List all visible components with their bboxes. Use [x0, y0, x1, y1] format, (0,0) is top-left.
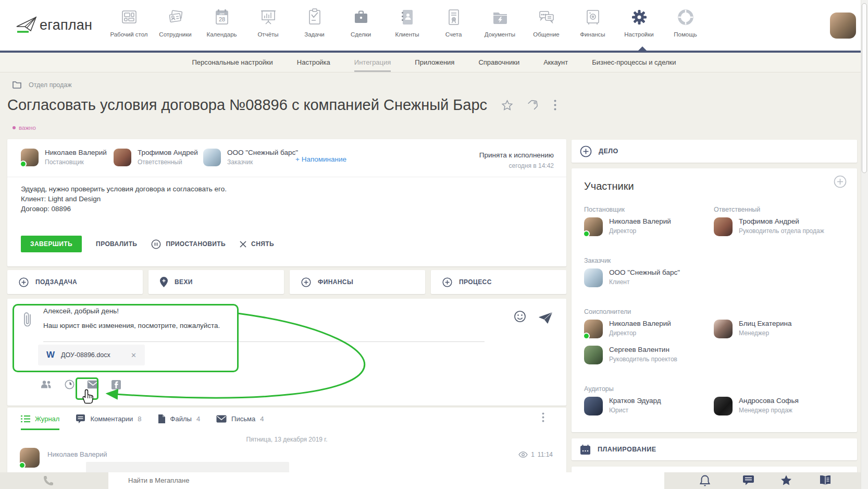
avatar [114, 149, 131, 166]
member-snow-leopard[interactable]: ООО "Снежный барс"Клиент [584, 268, 714, 287]
task-status: Принята к исполнению сегодня в 14:42 [479, 151, 554, 169]
add-reminder-link[interactable]: + Напоминание [295, 155, 346, 163]
fail-button[interactable]: ПРОВАЛИТЬ [96, 240, 137, 248]
importance-label: важно [19, 125, 36, 131]
tab-letters[interactable]: Письма4 [216, 408, 264, 430]
member-kratkov[interactable]: Кратков ЭдуардЮрист [584, 397, 714, 415]
tab-journal[interactable]: Журнал [21, 408, 59, 430]
megaplan-logo[interactable]: егаплан [15, 14, 92, 36]
entry-meta: 1 11:14 [518, 451, 553, 458]
process-card[interactable]: ПРОЦЕСС [431, 270, 566, 294]
desktop-icon [119, 5, 140, 30]
person-owner[interactable]: Николаев ВалерийПостановщик [21, 149, 107, 166]
member-androsova[interactable]: Андросова СофьяМенеджер продаж [714, 397, 845, 415]
nav-item-employees[interactable]: Сотрудники [152, 5, 199, 38]
comment-composer-card: Алексей, добрый день! Наш юрист внёс изм… [7, 299, 566, 406]
member-sergeev[interactable]: Сергеев ВалентинРуководитель проектов [584, 346, 714, 364]
notifications-bell-icon[interactable] [700, 475, 710, 488]
avatar [584, 217, 603, 236]
phone-icon[interactable] [43, 475, 54, 488]
composer-text-line1[interactable]: Алексей, добрый день! [43, 307, 119, 315]
paper-plane-logo-icon [15, 14, 39, 36]
send-button[interactable] [539, 312, 553, 326]
user-avatar[interactable] [830, 13, 856, 39]
importance-badge: важно [13, 125, 36, 131]
nav-item-calendar[interactable]: дек 28 Календарь [199, 5, 245, 38]
member-nikolaev-2[interactable]: Николаев ВалерийДиректор [584, 320, 714, 338]
breadcrumb[interactable]: Отдел продаж [13, 81, 72, 89]
comments-icon [76, 414, 85, 424]
add-subtask-card[interactable]: ПОДЗАДАЧА [7, 270, 143, 294]
header-divider [0, 51, 868, 53]
subnav-business-processes[interactable]: Бизнес-процессы и сделки [592, 53, 676, 72]
entry-author[interactable]: Николаев Валерий [47, 450, 107, 458]
subnav-account[interactable]: Аккаунт [543, 53, 568, 72]
nav-item-help[interactable]: Помощь [662, 5, 709, 38]
add-participant-icon[interactable] [834, 175, 847, 190]
subnav-setup[interactable]: Настройка [297, 53, 330, 72]
pause-button[interactable]: ПРИОСТАНОВИТЬ [151, 239, 226, 249]
member-trofimov[interactable]: Трофимов АндрейРуководитель отдела прода… [714, 217, 845, 236]
status-text: Принята к исполнению [479, 151, 554, 159]
activity-kebab-icon[interactable] [542, 412, 544, 424]
knowledge-book-icon[interactable] [819, 475, 832, 487]
member-blitz[interactable]: Блиц ЕкатеринаМенеджер [714, 320, 845, 338]
favorite-star-icon[interactable] [501, 100, 513, 111]
bills-icon [443, 5, 464, 30]
email-channel-icon[interactable] [87, 380, 99, 389]
nav-item-clients[interactable]: Клиенты [384, 5, 430, 38]
global-search-input[interactable]: Найти в Мегаплане [108, 472, 664, 489]
internal-channel-icon[interactable] [41, 380, 52, 389]
history-clock-icon[interactable] [65, 380, 75, 389]
nav-item-bills[interactable]: Счета [430, 5, 477, 38]
settings-gear-icon [629, 5, 650, 30]
avatar [584, 346, 603, 364]
scrollbar-thumb[interactable] [862, 3, 867, 173]
nav-item-reports[interactable]: Отчёты [245, 5, 291, 38]
tab-comments[interactable]: Комментарии8 [76, 408, 141, 430]
member-nikolaev[interactable]: Николаев ВалерийДиректор [584, 217, 714, 236]
facebook-channel-icon[interactable] [111, 380, 121, 389]
subnav-integration[interactable]: Интеграция [354, 53, 391, 72]
remove-attachment-icon[interactable]: ✕ [131, 351, 137, 359]
messages-icon[interactable] [742, 475, 754, 487]
attach-file-button[interactable] [22, 310, 33, 331]
participants-title: Участники [584, 180, 845, 192]
finish-button[interactable]: ЗАВЕРШИТЬ [21, 236, 82, 252]
emoji-button[interactable] [514, 310, 526, 325]
settings-subnav: Персональные настройки Настройка Интегра… [0, 53, 868, 72]
planning-card[interactable]: ПЛАНИРОВАНИЕ [572, 438, 857, 460]
task-card: Николаев ВалерийПостановщик Трофимов Анд… [7, 139, 566, 266]
avatar [714, 397, 733, 415]
person-responsible[interactable]: Трофимов АндрейОтветственный [114, 149, 198, 166]
app-header: егаплан Рабочий стол [0, 0, 868, 51]
composer-text-line2[interactable]: Наш юрист внёс изменения, посмотрите, по… [43, 322, 220, 329]
nav-item-desktop[interactable]: Рабочий стол [106, 5, 152, 38]
nav-item-chat[interactable]: Общение [523, 5, 569, 38]
subnav-apps[interactable]: Приложения [415, 53, 454, 72]
nav-item-documents[interactable]: Документы [477, 5, 523, 38]
finances-card[interactable]: ФИНАНСЫ [290, 270, 425, 294]
add-todo-card[interactable]: ДЕЛО [572, 140, 857, 163]
plus-circle-icon [19, 277, 29, 287]
tab-files[interactable]: Файлы4 [158, 408, 201, 430]
remove-button[interactable]: СНЯТЬ [240, 240, 274, 248]
finance-icon [582, 5, 603, 30]
favorites-star-icon[interactable] [780, 475, 792, 488]
entry-avatar[interactable] [20, 448, 40, 468]
subnav-directories[interactable]: Справочники [478, 53, 519, 72]
tasks-icon [304, 5, 325, 30]
nav-item-deals[interactable]: Сделки [338, 5, 384, 38]
milestones-card[interactable]: ВЕХИ [148, 270, 284, 294]
title-kebab-icon[interactable] [554, 100, 556, 111]
status-time: сегодня в 14:42 [479, 162, 554, 169]
employees-icon [165, 5, 186, 30]
nav-item-finance[interactable]: Финансы [569, 5, 616, 38]
subnav-personal-settings[interactable]: Персональные настройки [192, 53, 272, 72]
tag-icon[interactable] [527, 100, 540, 111]
nav-item-settings[interactable]: Настройки [616, 5, 662, 38]
nav-item-tasks[interactable]: Задачи [291, 5, 338, 38]
person-customer[interactable]: ООО "Снежный барс"Заказчик [203, 149, 298, 166]
reports-icon [258, 5, 279, 30]
attachment-chip[interactable]: W ДОУ-08896.docx ✕ [38, 345, 145, 365]
